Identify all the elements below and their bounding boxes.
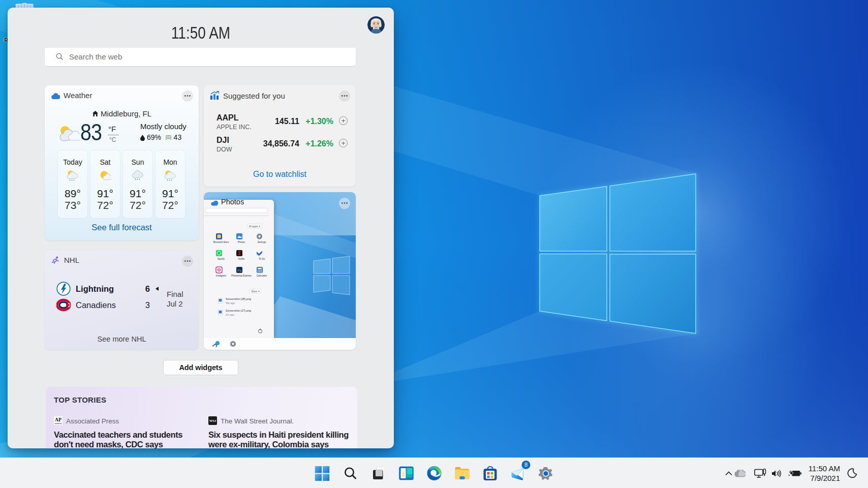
- svg-text:Ps: Ps: [238, 269, 242, 272]
